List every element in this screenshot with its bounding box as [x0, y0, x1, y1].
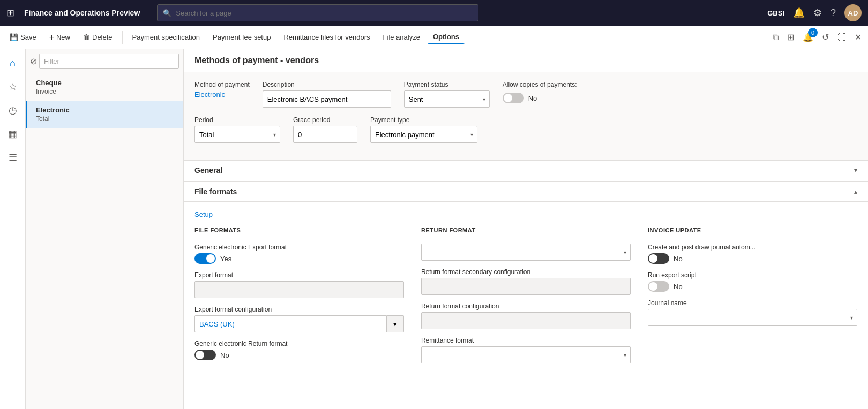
- settings-icon[interactable]: ⚙: [813, 7, 822, 19]
- return-format-select[interactable]: [421, 244, 631, 261]
- notification-count: 0: [808, 28, 818, 37]
- export-format-config-button[interactable]: ▾: [387, 315, 404, 332]
- payment-fee-button[interactable]: Payment fee setup: [207, 31, 276, 43]
- filter-icon[interactable]: ⊘: [30, 56, 37, 66]
- allow-copies-text: No: [528, 94, 537, 102]
- period-select[interactable]: Total Invoice Day: [194, 126, 280, 143]
- nav-workspaces[interactable]: ▦: [3, 124, 23, 143]
- filter-input[interactable]: [39, 54, 179, 69]
- file-formats-section-header[interactable]: File formats ▴: [184, 181, 868, 202]
- export-format-config-input[interactable]: [194, 315, 387, 332]
- period-field: Period Total Invoice Day ▾: [194, 116, 280, 143]
- help-icon[interactable]: ?: [830, 7, 836, 19]
- avatar[interactable]: AD: [844, 4, 862, 21]
- return-format-sec-config-field: Return format secondary configuration: [421, 268, 631, 295]
- payment-type-select[interactable]: Electronic payment Check Other: [370, 126, 477, 143]
- nav-home[interactable]: ⌂: [3, 54, 23, 73]
- separator: [122, 31, 123, 44]
- list-item-cheque[interactable]: Cheque Invoice: [26, 73, 183, 101]
- remittance-format-label: Remittance format: [421, 337, 631, 344]
- search-bar[interactable]: 🔍: [157, 4, 478, 21]
- payment-type-label: Payment type: [370, 116, 477, 124]
- refresh-icon[interactable]: ↺: [820, 30, 831, 44]
- new-button[interactable]: + New: [44, 31, 76, 44]
- create-post-toggle[interactable]: [648, 253, 669, 264]
- allow-copies-field: Allow copies of payments: No: [503, 81, 577, 108]
- top-navigation: ⊞ Finance and Operations Preview 🔍 GBSI …: [0, 0, 868, 26]
- create-post-field: Create and post draw journal autom... No: [648, 244, 857, 264]
- list-toolbar: ⊘: [26, 49, 183, 73]
- run-export-toggle-wrap: No: [648, 281, 857, 292]
- description-field: Description: [263, 81, 391, 108]
- grace-period-input[interactable]: [293, 126, 357, 143]
- ff-col-3: INVOICE UPDATE Create and post draw jour…: [648, 227, 857, 371]
- create-post-toggle-wrap: No: [648, 253, 857, 264]
- remittance-format-select[interactable]: [421, 346, 631, 363]
- command-bar-right: ⧉ ⊞ 🔔 0 ↺ ⛶ ✕: [770, 30, 864, 44]
- export-format-config-wrap: ▾: [194, 315, 404, 332]
- payment-status-select[interactable]: Sent None Received: [404, 90, 490, 108]
- form-section: Method of payment Electronic Description…: [184, 72, 868, 160]
- save-icon: 💾: [10, 33, 18, 41]
- setup-link[interactable]: Setup: [194, 210, 213, 218]
- fullscreen-icon[interactable]: ⛶: [835, 31, 848, 44]
- page-title: Methods of payment - vendors: [194, 56, 857, 65]
- description-input[interactable]: [263, 90, 391, 108]
- ff-col-1: FILE FORMATS Generic electronic Export f…: [194, 227, 404, 371]
- generic-export-text: Yes: [220, 255, 231, 263]
- ff-col1-title: FILE FORMATS: [194, 227, 404, 237]
- generic-return-toggle-wrap: No: [194, 350, 404, 360]
- nav-favorites[interactable]: ☆: [3, 77, 23, 96]
- return-format-field: ▾: [421, 244, 631, 261]
- export-format-config-field: Export format configuration ▾: [194, 306, 404, 332]
- general-section-title: General: [194, 166, 222, 175]
- chevron-down-icon: ▾: [393, 320, 397, 328]
- remittance-button[interactable]: Remittance files for vendors: [278, 31, 375, 43]
- ff-col3-title: INVOICE UPDATE: [648, 227, 857, 237]
- journal-name-select-wrap: ▾: [648, 309, 857, 326]
- search-input[interactable]: [176, 9, 473, 17]
- description-label: Description: [263, 81, 391, 88]
- notification-icon[interactable]: 🔔: [793, 7, 805, 19]
- journal-name-select[interactable]: [648, 309, 857, 326]
- period-label: Period: [194, 116, 280, 124]
- allow-copies-toggle[interactable]: [503, 93, 524, 103]
- general-section-header[interactable]: General ▾: [184, 160, 868, 180]
- method-of-payment-value[interactable]: Electronic: [194, 90, 250, 99]
- run-export-field: Run export script No: [648, 271, 857, 292]
- payment-status-field: Payment status Sent None Received ▾: [404, 81, 490, 108]
- return-format-config-label: Return format configuration: [421, 302, 631, 310]
- payment-spec-button[interactable]: Payment specification: [127, 31, 205, 43]
- list-item-electronic[interactable]: Electronic Total: [26, 101, 183, 128]
- detail-panel: Methods of payment - vendors Method of p…: [184, 49, 868, 409]
- generic-export-toggle[interactable]: [194, 253, 216, 264]
- delete-button[interactable]: 🗑 Delete: [78, 31, 118, 43]
- grace-period-label: Grace period: [293, 116, 357, 124]
- form-row-2: Period Total Invoice Day ▾ Grace period: [194, 116, 857, 143]
- file-analyze-button[interactable]: File analyze: [378, 31, 425, 43]
- generic-return-toggle[interactable]: [194, 350, 216, 360]
- run-export-toggle[interactable]: [648, 281, 669, 292]
- nav-modules[interactable]: ☰: [3, 148, 23, 167]
- return-format-sec-config-input[interactable]: [421, 278, 631, 295]
- grace-period-field: Grace period: [293, 116, 357, 143]
- return-format-config-input[interactable]: [421, 312, 631, 329]
- close-icon[interactable]: ✕: [852, 30, 864, 44]
- payment-type-field: Payment type Electronic payment Check Ot…: [370, 116, 477, 143]
- create-post-label: Create and post draw journal autom...: [648, 244, 857, 251]
- generic-return-label: Generic electronic Return format: [194, 340, 404, 347]
- list-panel: ⊘ Cheque Invoice Electronic Total: [26, 49, 184, 409]
- options-button[interactable]: Options: [428, 31, 465, 44]
- export-format-config-label: Export format configuration: [194, 306, 404, 313]
- main-layout: ⌂ ☆ ◷ ▦ ☰ ⊘ Cheque Invoice Electronic To…: [0, 49, 868, 409]
- grid-icon[interactable]: ⊞: [6, 7, 14, 19]
- file-formats-section-title: File formats: [194, 187, 237, 196]
- remittance-format-field: Remittance format ▾: [421, 337, 631, 363]
- nav-recent[interactable]: ◷: [3, 101, 23, 120]
- save-button[interactable]: 💾 Save: [4, 31, 42, 43]
- export-format-input[interactable]: [194, 281, 404, 298]
- pin-icon[interactable]: ⧉: [770, 31, 781, 44]
- return-format-sec-config-label: Return format secondary configuration: [421, 268, 631, 276]
- region-label: GBSI: [767, 9, 784, 17]
- expand-icon[interactable]: ⊞: [785, 30, 796, 44]
